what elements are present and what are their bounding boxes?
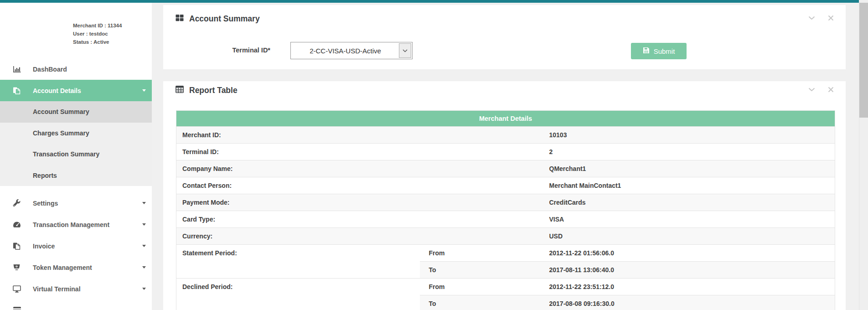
table-row: Payment Mode: CreditCards xyxy=(176,194,835,211)
submenu-item-charges-summary[interactable]: Charges Summary xyxy=(0,123,152,144)
table-row: Currency: USD xyxy=(176,228,835,245)
th-large-icon xyxy=(176,14,184,24)
submenu-item-transaction-summary[interactable]: Transaction Summary xyxy=(0,144,152,165)
row-label: Card Type: xyxy=(176,211,543,228)
documents-icon xyxy=(13,243,23,250)
save-icon xyxy=(643,47,650,55)
panel-title: Report Table xyxy=(176,86,238,95)
desktop-icon xyxy=(13,285,23,293)
bar-chart-icon xyxy=(13,66,23,73)
account-details-submenu: Account Summary Charges Summary Transact… xyxy=(0,101,152,186)
submenu-item-reports[interactable]: Reports xyxy=(0,165,152,186)
submenu-item-label: Charges Summary xyxy=(33,129,89,137)
caret-down-icon xyxy=(142,223,146,226)
credit-card-icon xyxy=(13,307,23,310)
caret-down-icon xyxy=(142,288,146,290)
table-row: Declined Period: From 2012-11-22 23:51:1… xyxy=(176,279,835,295)
submenu-item-label: Reports xyxy=(33,172,57,179)
sidebar-item-label: Transaction Management xyxy=(33,221,109,228)
row-value: CreditCards xyxy=(543,194,835,211)
row-label: Merchant ID: xyxy=(176,127,543,144)
panel-controls xyxy=(808,87,834,93)
caret-down-icon xyxy=(142,89,146,92)
row-label: Declined Period: xyxy=(176,279,420,310)
row-value: 2012-11-22 01:56:06.0 xyxy=(543,245,835,262)
row-value: 2 xyxy=(543,144,835,160)
sidebar-item-account-details[interactable]: Account Details xyxy=(0,80,152,101)
table-row: Company Name: QMerchant1 xyxy=(176,160,835,177)
row-label: Statement Period: xyxy=(176,245,420,279)
security-camera-icon xyxy=(13,264,23,271)
sidebar-item-label: Settings xyxy=(33,200,58,207)
sidebar-item-dashboard[interactable]: DashBoard xyxy=(0,58,152,80)
scrollbar-thumb[interactable] xyxy=(859,3,868,118)
submenu-item-account-summary[interactable]: Account Summary xyxy=(0,101,152,123)
row-label: Terminal ID: xyxy=(176,144,543,160)
table-row: Merchant ID: 10103 xyxy=(176,127,835,144)
close-icon[interactable] xyxy=(828,87,834,93)
collapse-chevron-icon[interactable] xyxy=(808,88,815,92)
row-to-label: To xyxy=(420,262,543,279)
table-row: Card Type: VISA xyxy=(176,211,835,228)
row-value: 10103 xyxy=(543,127,835,144)
sidebar-item-label: Invoice xyxy=(33,243,55,250)
row-to-label: To xyxy=(420,295,543,310)
sidebar-item-transaction-management[interactable]: Transaction Management xyxy=(0,214,152,235)
sidebar-item-settings[interactable]: Settings xyxy=(0,192,152,214)
panel-title: Account Summary xyxy=(176,14,260,24)
panel-title-text: Report Table xyxy=(189,86,238,95)
submenu-item-label: Account Summary xyxy=(33,108,89,115)
sidebar-item-label: DashBoard xyxy=(33,66,67,73)
row-value: 2012-11-22 23:51:12.0 xyxy=(543,279,835,295)
sidebar-item-token-management[interactable]: Token Management xyxy=(0,257,152,278)
merchant-details-table: Merchant Details Merchant ID: 10103 Term… xyxy=(176,110,835,310)
sidebar-item-partial[interactable] xyxy=(0,300,152,310)
caret-down-icon xyxy=(142,266,146,269)
row-value: USD xyxy=(543,228,835,245)
sidebar-nav: DashBoard Account Details Account Summar… xyxy=(0,58,152,310)
sidebar-item-label: Virtual Terminal xyxy=(33,285,81,293)
row-label: Contact Person: xyxy=(176,177,543,194)
caret-down-icon xyxy=(142,202,146,204)
submenu-item-label: Transaction Summary xyxy=(33,150,99,158)
table-icon xyxy=(176,86,184,95)
panel-title-text: Account Summary xyxy=(189,14,260,24)
table-row: Contact Person: Merchant MainContact1 xyxy=(176,177,835,194)
sidebar-item-invoice[interactable]: Invoice xyxy=(0,235,152,257)
row-label: Company Name: xyxy=(176,160,543,177)
row-value: VISA xyxy=(543,211,835,228)
terminal-id-select[interactable]: 2-CC-VISA-USD-Active xyxy=(290,42,413,59)
table-header-row: Merchant Details xyxy=(176,111,835,127)
caret-down-icon xyxy=(142,245,146,247)
sidebar-item-label: Account Details xyxy=(33,87,81,94)
row-from-label: From xyxy=(420,279,543,295)
row-from-label: From xyxy=(420,245,543,262)
table-row: Statement Period: From 2012-11-22 01:56:… xyxy=(176,245,835,262)
table-header-merchant-details: Merchant Details xyxy=(176,111,835,127)
sidebar-item-virtual-terminal[interactable]: Virtual Terminal xyxy=(0,278,152,300)
submit-button[interactable]: Submit xyxy=(631,43,687,59)
account-summary-panel: Account Summary Terminal ID* 2-CC-VISA-U… xyxy=(163,5,846,69)
terminal-id-select-value: 2-CC-VISA-USD-Active xyxy=(310,47,393,55)
row-value: Merchant MainContact1 xyxy=(543,177,835,194)
collapse-chevron-icon[interactable] xyxy=(808,16,815,20)
wrench-icon xyxy=(13,199,23,207)
user-text: User : testdoc xyxy=(73,30,122,38)
top-accent-bar xyxy=(0,0,859,3)
row-value: 2017-08-11 13:06:40.0 xyxy=(543,262,835,279)
documents-icon xyxy=(13,87,23,94)
report-table-panel: Report Table Merchant Details Merchant I… xyxy=(163,81,846,310)
row-label: Payment Mode: xyxy=(176,194,543,211)
vertical-scrollbar[interactable] xyxy=(859,0,868,310)
merchant-portal-page: { "theme": { "topbar_teal": "#1b808d", "… xyxy=(0,0,868,310)
nav-gap xyxy=(0,186,152,192)
tachometer-icon xyxy=(13,221,23,228)
terminal-id-label: Terminal ID* xyxy=(220,46,270,54)
row-label: Currency: xyxy=(176,228,543,245)
merchant-id-text: Merchant ID : 11344 xyxy=(73,21,122,30)
status-text: Status : Active xyxy=(73,38,122,46)
sidebar: Merchant ID : 11344 User : testdoc Statu… xyxy=(0,0,152,310)
select-chevron-down-icon xyxy=(399,43,411,58)
close-icon[interactable] xyxy=(828,15,834,21)
merchant-info: Merchant ID : 11344 User : testdoc Statu… xyxy=(73,21,122,46)
